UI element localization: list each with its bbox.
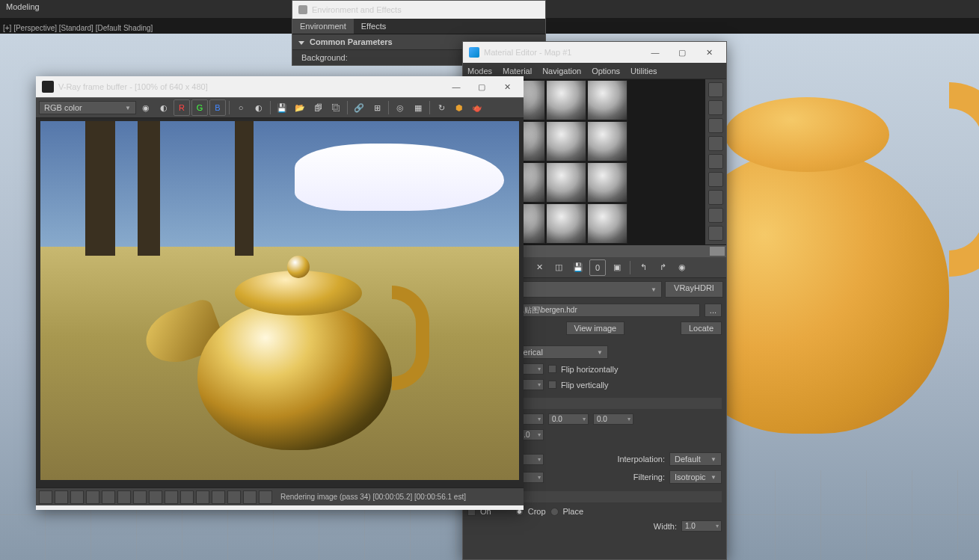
save-icon[interactable]: 💾 (570, 259, 586, 276)
green-channel-button[interactable]: G (191, 99, 208, 116)
close-button[interactable]: ✕ (698, 45, 720, 60)
locate-button[interactable]: Locate (681, 321, 722, 335)
show-end-icon[interactable]: ▣ (609, 259, 625, 276)
menu-material[interactable]: Material (503, 67, 532, 76)
flip-h-checkbox[interactable] (548, 365, 556, 373)
copy-icon[interactable]: ⿻ (328, 99, 344, 116)
env-titlebar[interactable]: Environment and Effects (292, 1, 545, 19)
env-title-text: Environment and Effects (312, 5, 402, 14)
maximize-button[interactable]: ▢ (471, 79, 492, 94)
hist-icon[interactable] (227, 490, 241, 504)
viewport-label[interactable]: [+] [Perspective] [Standard] [Default Sh… (3, 24, 153, 32)
material-slot[interactable] (587, 121, 627, 161)
make-preview-icon[interactable] (708, 172, 723, 187)
material-slot[interactable] (587, 80, 627, 120)
exposure-icon[interactable] (70, 490, 84, 504)
interp-dropdown[interactable]: Default▼ (669, 452, 722, 466)
render-tree (85, 121, 115, 256)
sample-type-icon[interactable] (708, 82, 723, 97)
material-slot[interactable] (546, 203, 586, 244)
width-label: Width: (654, 522, 677, 531)
material-slot[interactable] (587, 162, 627, 203)
backlight-icon[interactable] (708, 100, 723, 115)
menu-options[interactable]: Options (592, 67, 620, 76)
tab-effects[interactable]: Effects (354, 19, 393, 34)
reset-icon[interactable]: ✕ (531, 259, 547, 276)
mat-title-text: Material Editor - Map #1 (484, 48, 571, 57)
channel-dropdown[interactable]: RGB color▼ (39, 101, 136, 114)
filter-dropdown[interactable]: Isotropic▼ (669, 470, 722, 484)
vfb-title-text: V-Ray frame buffer - [100% of 640 x 480] (58, 82, 208, 91)
switch-icon[interactable]: ◐ (251, 99, 267, 116)
minimize-button[interactable]: — (446, 79, 467, 94)
load-icon[interactable]: 📂 (292, 99, 308, 116)
map-type-button[interactable]: VRayHDRI (665, 281, 723, 298)
region-icon[interactable]: ⊞ (369, 99, 385, 116)
pick-icon[interactable]: ◉ (674, 259, 690, 276)
red-channel-button[interactable]: R (174, 99, 190, 116)
bloom-icon[interactable] (212, 490, 225, 504)
select-by-material-icon[interactable] (708, 208, 723, 223)
mat-side-toolbar (705, 79, 726, 244)
menu-modes[interactable]: Modes (467, 67, 492, 76)
clear-icon[interactable]: 🗐 (310, 99, 326, 116)
refresh-icon[interactable]: ↻ (433, 99, 449, 116)
options-icon[interactable] (708, 190, 723, 205)
track-mouse-icon[interactable]: ◎ (392, 99, 408, 116)
h-icon[interactable] (243, 490, 257, 504)
hsl-icon[interactable] (102, 490, 115, 504)
cc-icon[interactable] (39, 490, 52, 504)
levels-icon[interactable] (165, 490, 178, 504)
ocio-icon[interactable] (133, 490, 147, 504)
material-slot[interactable] (546, 162, 586, 203)
minimize-button[interactable]: — (644, 45, 666, 60)
link-icon[interactable]: 🔗 (351, 99, 367, 116)
app-icon (469, 47, 479, 58)
menu-utilities[interactable]: Utilities (630, 67, 657, 76)
material-slot[interactable] (546, 80, 586, 120)
material-map-navigator-icon[interactable] (708, 226, 723, 241)
save-icon[interactable]: 💾 (274, 99, 290, 116)
blue-channel-button[interactable]: B (209, 99, 226, 116)
vfb-render-area[interactable] (36, 118, 524, 487)
width-spinner[interactable]: 1.0 (681, 520, 722, 532)
wb-icon[interactable] (86, 490, 99, 504)
vfb-titlebar[interactable]: V-Ray frame buffer - [100% of 640 x 480]… (36, 76, 524, 97)
lut-icon[interactable] (117, 490, 131, 504)
scroll-thumb[interactable] (710, 247, 725, 256)
go-forward-icon[interactable]: ↱ (654, 259, 671, 276)
sample-uv-icon[interactable] (708, 136, 723, 151)
show-map-icon[interactable]: 0 (589, 259, 606, 276)
material-slot[interactable] (587, 203, 627, 244)
mat-titlebar[interactable]: Material Editor - Map #1 — ▢ ✕ (463, 42, 726, 63)
flip-v-checkbox[interactable] (548, 381, 556, 389)
render-last-icon[interactable]: 🫖 (469, 99, 485, 116)
background-icon[interactable] (708, 118, 723, 133)
pixel-info-icon[interactable]: ▦ (410, 99, 426, 116)
curve-icon[interactable] (55, 490, 68, 504)
icc-icon[interactable] (149, 490, 162, 504)
alpha-icon[interactable]: ◐ (156, 99, 172, 116)
video-color-icon[interactable] (708, 154, 723, 169)
rendered-image (40, 121, 519, 480)
stop-icon[interactable]: ⬢ (451, 99, 467, 116)
close-button[interactable]: ✕ (497, 79, 518, 94)
mono-icon[interactable]: ○ (233, 99, 249, 116)
vfb-toolbar: RGB color▼ ◉ ◐ R G B ○ ◐ 💾 📂 🗐 ⿻ 🔗 ⊞ ◎ ▦… (36, 97, 524, 118)
tab-environment[interactable]: Environment (292, 19, 354, 34)
compare-icon[interactable] (259, 490, 272, 504)
bkg-icon[interactable] (180, 490, 194, 504)
maximize-button[interactable]: ▢ (671, 45, 693, 60)
material-slot[interactable] (546, 121, 586, 161)
put-to-scene-icon[interactable]: ◫ (550, 259, 567, 276)
pos-z-spinner[interactable]: 0.0 (593, 413, 633, 425)
render-handle (392, 286, 429, 390)
pos-y-spinner[interactable]: 0.0 (548, 413, 589, 425)
go-parent-icon[interactable]: ↰ (635, 259, 651, 276)
browse-button[interactable]: ... (705, 304, 722, 317)
place-radio[interactable] (550, 508, 559, 516)
rgb-icon[interactable]: ◉ (138, 99, 154, 116)
view-image-button[interactable]: View image (566, 321, 625, 335)
stamp-icon[interactable] (196, 490, 209, 504)
menu-navigation[interactable]: Navigation (542, 67, 581, 76)
